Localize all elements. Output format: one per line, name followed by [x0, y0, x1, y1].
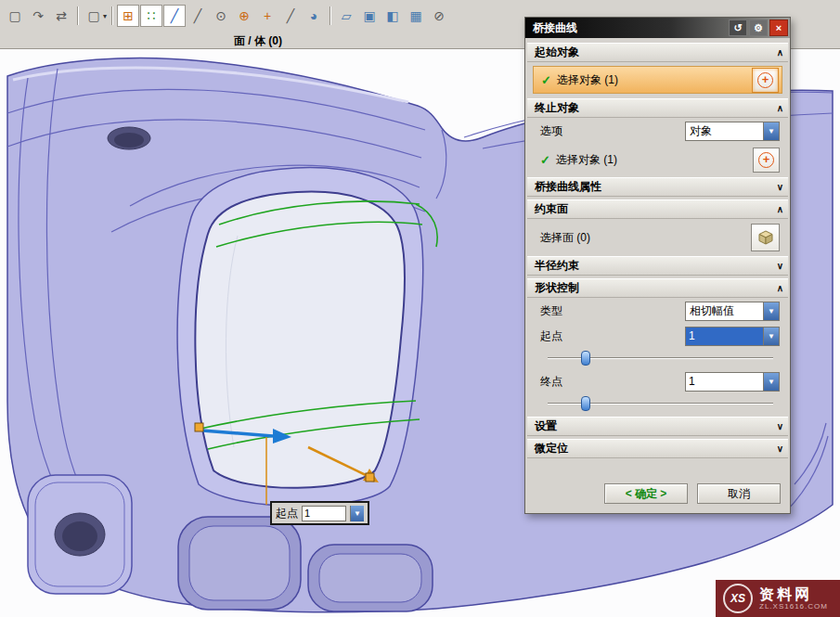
section-label: 形状控制	[535, 280, 579, 296]
close-icon[interactable]: ×	[769, 19, 788, 36]
model-pad-bottom-left[interactable]	[28, 475, 132, 594]
start-point-field: ▼	[685, 327, 780, 346]
inline-editor-input[interactable]	[302, 506, 346, 521]
select-face-row[interactable]: 选择面 (0)	[533, 224, 782, 251]
trim-icon[interactable]: ⊘	[428, 5, 450, 27]
plus-icon[interactable]: +	[256, 5, 278, 27]
application-window: ▢ ↷ ⇄ ▢ ▾ ⊞ ∷ ╱ ╱ ⊙ ⊕ + ╱ ◕ ▱ ▣ ◧ ▦ ⊘ 面 …	[0, 0, 840, 617]
block-icon[interactable]: ▣	[358, 5, 381, 27]
dialog-button-row: < 确定 > 取消	[527, 476, 788, 509]
pan-view-icon[interactable]: ⇄	[50, 5, 72, 27]
check-icon: ✓	[540, 153, 550, 167]
section-header-end-object[interactable]: 终止对象 ∧	[527, 98, 788, 118]
end-point-row: 终点 ▼	[533, 371, 782, 392]
option-row: 选项 对象 ▼	[533, 121, 782, 141]
dialog-title-bar[interactable]: 桥接曲线 ↺ ⚙ ×	[525, 18, 790, 38]
end-point-slider[interactable]	[548, 396, 773, 409]
type-label: 类型	[540, 303, 562, 319]
slider-thumb[interactable]	[581, 351, 590, 366]
section-label: 终止对象	[535, 100, 579, 116]
option-label: 选项	[540, 123, 562, 139]
section-header-constraint-face[interactable]: 约束面 ∧	[527, 199, 788, 219]
watermark-url: ZL.XS1616.COM	[759, 602, 828, 611]
chevron-down-icon[interactable]: ▼	[763, 122, 779, 140]
chevron-down-icon[interactable]: ▼	[350, 506, 364, 521]
line-icon[interactable]: ╱	[187, 5, 209, 27]
object-type-dropdown[interactable]: 对象 ▼	[685, 122, 780, 141]
select-face-button[interactable]	[751, 224, 780, 251]
section-header-curve-properties[interactable]: 桥接曲线属性 ∨	[527, 177, 788, 197]
select-filter-icon[interactable]: ▢	[4, 5, 26, 27]
chevron-down-icon[interactable]: ▼	[763, 328, 779, 345]
dialog-body: 起始对象 ∧ ✓ 选择对象 (1) + 终止对象 ∧ 选项 对象 ▼	[525, 38, 790, 513]
check-icon: ✓	[541, 73, 551, 87]
shape-type-dropdown[interactable]: 相切幅值 ▼	[685, 302, 780, 321]
chevron-up-icon: ∧	[777, 283, 783, 293]
select-object-row-end[interactable]: ✓ 选择对象 (1) +	[533, 147, 782, 173]
type-row: 类型 相切幅值 ▼	[533, 301, 782, 321]
select-object-row-start[interactable]: ✓ 选择对象 (1) +	[533, 66, 782, 94]
section-label: 设置	[535, 418, 557, 434]
model-slot-1[interactable]	[178, 517, 301, 610]
watermark-title: 资料网	[759, 586, 828, 602]
start-point-input[interactable]	[686, 328, 763, 345]
chevron-up-icon: ∧	[777, 103, 783, 113]
section-view-icon[interactable]: ◧	[381, 5, 404, 27]
ok-button[interactable]: < 确定 >	[604, 483, 688, 504]
dialog-title: 桥接曲线	[533, 20, 577, 36]
start-point-slider[interactable]	[548, 351, 773, 364]
marquee-select-icon[interactable]: ▢	[83, 5, 105, 27]
snap-line-icon[interactable]: ╱	[163, 5, 186, 27]
start-handle[interactable]	[195, 423, 203, 431]
inline-editor-label: 起点	[276, 506, 298, 521]
circle-icon[interactable]: ⊙	[210, 5, 232, 27]
section-header-micro-positioning[interactable]: 微定位 ∨	[527, 439, 788, 458]
end-point-field: ▼	[685, 372, 780, 392]
select-face-label: 选择面 (0)	[540, 230, 590, 246]
start-point-label: 起点	[540, 328, 562, 344]
section-label: 起始对象	[535, 45, 579, 60]
end-handle[interactable]	[366, 473, 374, 482]
section-header-start-object[interactable]: 起始对象 ∧	[527, 43, 788, 62]
chevron-down-icon[interactable]: ▼	[763, 373, 779, 391]
model-hole-top[interactable]	[108, 127, 150, 149]
rotate-view-icon[interactable]: ↷	[27, 5, 49, 27]
select-object-button[interactable]: +	[752, 68, 779, 93]
chevron-down-icon[interactable]: ▼	[763, 302, 779, 320]
watermark: XS 资料网 ZL.XS1616.COM	[716, 580, 840, 617]
opening-hole[interactable]	[195, 192, 405, 488]
pattern-icon[interactable]: ▦	[405, 5, 427, 27]
dropdown-value: 对象	[686, 122, 763, 140]
toolbar-separator	[330, 6, 330, 25]
marquee-dropdown-arrow[interactable]: ▾	[103, 12, 107, 20]
select-object-button[interactable]: +	[753, 148, 780, 173]
snap-points-icon[interactable]: ∷	[140, 5, 162, 27]
chevron-down-icon: ∨	[777, 421, 783, 431]
section-label: 半径约束	[535, 258, 579, 274]
section-header-shape-control[interactable]: 形状控制 ∧	[527, 278, 788, 298]
center-target-icon[interactable]: ⊕	[233, 5, 255, 27]
chevron-up-icon: ∧	[777, 204, 783, 214]
cube-icon	[757, 229, 774, 246]
section-label: 约束面	[535, 201, 568, 217]
snap-grid-icon[interactable]: ⊞	[117, 5, 139, 27]
watermark-text: 资料网 ZL.XS1616.COM	[759, 586, 828, 611]
selection-scope-text: 面 / 体 (0)	[234, 33, 282, 49]
end-point-input[interactable]	[686, 373, 763, 391]
slash-icon[interactable]: ╱	[279, 5, 302, 27]
reset-icon[interactable]: ↺	[729, 19, 747, 36]
inline-start-point-editor: 起点 ▼	[270, 501, 369, 525]
section-header-settings[interactable]: 设置 ∨	[527, 417, 788, 436]
datum-plane-icon[interactable]: ▱	[335, 5, 357, 27]
section-header-radius-constraint[interactable]: 半径约束 ∨	[527, 256, 788, 276]
toolbar-separator	[77, 6, 78, 25]
target-icon: +	[757, 72, 773, 88]
dropdown-value: 相切幅值	[686, 302, 763, 320]
slider-thumb[interactable]	[581, 396, 590, 411]
cancel-button[interactable]: 取消	[697, 483, 781, 504]
select-object-label: 选择对象 (1)	[556, 152, 617, 168]
compass-icon[interactable]: ◕	[303, 5, 325, 27]
section-label: 桥接曲线属性	[535, 179, 601, 195]
model-slot-2[interactable]	[308, 545, 433, 611]
gear-icon[interactable]: ⚙	[749, 19, 768, 36]
